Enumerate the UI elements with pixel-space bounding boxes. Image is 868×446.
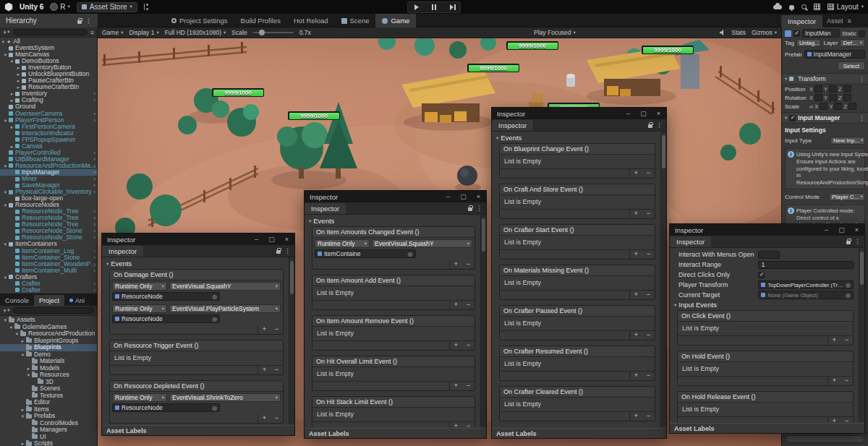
slider-knob[interactable] (259, 30, 265, 35)
foldout-closed-icon[interactable]: ▸ (15, 84, 22, 90)
lock-icon[interactable] (846, 241, 851, 244)
minimize-button[interactable]: – (441, 191, 456, 202)
transform-scale-z-field[interactable] (848, 103, 856, 110)
transform-rotation-x-field[interactable] (814, 94, 822, 101)
project-item-controlmodes[interactable]: ControlModes (0, 420, 97, 427)
active-checkbox[interactable] (793, 30, 800, 37)
foldout-closed-icon[interactable]: ▸ (25, 365, 32, 372)
remove-event-button[interactable]: − (271, 414, 283, 423)
input-manager-header[interactable]: ▾ Input Manager ⋮ (782, 112, 868, 124)
remove-event-button[interactable]: − (462, 422, 475, 428)
transform-scale-x-field[interactable] (820, 103, 827, 110)
project-item-resourceandproduction[interactable]: ▾ResourceAndProduction (0, 330, 97, 338)
cloud-icon[interactable] (773, 5, 782, 9)
hierarchy-item-resourcenode-stone[interactable]: ResourceNode_Stone› (0, 228, 97, 234)
value-field[interactable]: 1 (758, 261, 854, 269)
vertical-scrollbar[interactable] (289, 257, 294, 424)
remove-event-button[interactable]: − (462, 341, 475, 350)
add-event-button[interactable]: + (450, 382, 462, 390)
transform-position-x-field[interactable] (814, 85, 822, 93)
add-event-button[interactable]: + (630, 250, 642, 259)
asset-store-button[interactable]: Asset Store ▾ (77, 2, 137, 12)
hierarchy-item-savemanager[interactable]: SaveManager› (0, 182, 97, 189)
close-button[interactable]: × (651, 108, 666, 119)
layer-dropdown[interactable]: Def...▾ (840, 39, 865, 47)
layout-dropdown[interactable]: Layout ▾ (827, 3, 864, 11)
hierarchy-item-resourceandproductionmanager[interactable]: ▾ResourceAndProductionManager› (0, 163, 97, 169)
create-button[interactable]: +▾ (3, 29, 10, 36)
scale-link-icon[interactable]: ∞ (809, 103, 813, 110)
prefab-open-chevron[interactable]: › (93, 280, 95, 287)
remove-event-button[interactable]: − (642, 372, 655, 380)
project-item-assets[interactable]: ▾Assets (0, 317, 97, 324)
object-picker-icon[interactable]: ◎ (846, 292, 851, 299)
scrollbar-thumb[interactable] (290, 261, 294, 294)
hierarchy-item-resourcenode-stone[interactable]: ResourceNode_Stone› (0, 234, 97, 241)
transform-rotation-z-field[interactable] (843, 94, 851, 101)
add-event-button[interactable]: + (450, 260, 462, 269)
hierarchy-item-overseercamera[interactable]: OverseerCamera› (0, 111, 97, 117)
remove-event-button[interactable]: − (271, 325, 283, 334)
foldout-closed-icon[interactable]: ▸ (15, 71, 22, 77)
remove-event-button[interactable]: − (642, 331, 655, 340)
foldout-open-icon[interactable]: ▾ (25, 372, 32, 378)
add-event-button[interactable]: + (630, 210, 642, 218)
event-function-dropdown[interactable]: EventVisual.ShrinkToZero▾ (169, 393, 281, 402)
control-mode-dropdown[interactable]: Player C...▾ (829, 193, 865, 201)
hierarchy-item-itemcontainer-log[interactable]: ItemContainer_Log› (0, 248, 97, 254)
foldout-closed-icon[interactable]: ▸ (15, 64, 22, 71)
remove-event-button[interactable]: − (642, 210, 655, 218)
inspector-tab[interactable]: Inspector (305, 203, 346, 214)
hierarchy-item-firstpersoncamera[interactable]: ▸FirstPersonCamera (0, 124, 97, 130)
project-item-prefabs[interactable]: ▾Prefabs (0, 413, 97, 420)
game-view-menu[interactable]: Game▾ (102, 29, 123, 36)
prefab-open-chevron[interactable]: › (93, 169, 95, 176)
window-titlebar[interactable]: Inspector–▢× (305, 191, 486, 202)
window-titlebar[interactable]: Inspector–▢× (102, 233, 294, 245)
inspector-tab[interactable]: Inspector (670, 236, 711, 247)
project-search-input[interactable] (13, 307, 94, 314)
foldout-closed-icon[interactable]: ▸ (9, 124, 15, 130)
add-event-button[interactable]: + (258, 325, 271, 334)
object-field[interactable]: ItemContaine◎ (315, 249, 416, 258)
add-event-button[interactable]: + (450, 301, 462, 309)
project-item-golemitegames[interactable]: ▾GolemiteGames (0, 324, 97, 331)
prefab-open-chevron[interactable]: › (93, 176, 95, 182)
events-foldout[interactable]: ▾Input Events (674, 300, 855, 309)
prefab-open-chevron[interactable]: › (93, 182, 95, 189)
hierarchy-item-canvas[interactable]: ▸Canvas (0, 143, 97, 150)
foldout-closed-icon[interactable]: ▸ (20, 338, 26, 344)
lock-icon[interactable] (468, 207, 472, 211)
foldout-closed-icon[interactable]: ▸ (9, 90, 15, 97)
remove-event-button[interactable]: − (841, 417, 853, 423)
vertical-scrollbar[interactable] (480, 215, 486, 427)
vertical-scrollbar[interactable] (660, 132, 666, 427)
panel-tab-project[interactable]: Project (34, 295, 64, 306)
object-picker-icon[interactable]: ◎ (212, 293, 217, 300)
pause-button[interactable] (425, 2, 443, 12)
panel-tab-ani[interactable]: Ani (64, 295, 90, 306)
foldout-closed-icon[interactable]: ▸ (20, 406, 26, 413)
hierarchy-tab[interactable]: Hierarchy ⋮ (0, 14, 98, 27)
inspector-tab[interactable]: Inspector (102, 246, 143, 257)
project-item-models[interactable]: ▸Models (0, 365, 97, 372)
add-event-button[interactable]: + (630, 291, 642, 299)
inspector-tab[interactable]: Inspector (492, 120, 533, 131)
foldout-open-icon[interactable]: ▾ (20, 351, 26, 358)
close-button[interactable]: × (279, 233, 294, 245)
add-event-button[interactable]: + (258, 414, 271, 423)
scale-slider[interactable] (253, 32, 294, 33)
project-item-resources[interactable]: ▾Resources (0, 372, 97, 379)
close-button[interactable]: × (849, 224, 864, 236)
add-event-button[interactable]: + (630, 372, 642, 380)
event-function-dropdown[interactable]: EventVisual.PlayParticleSystem▾ (169, 304, 281, 313)
kebab-menu-icon[interactable]: ⋮ (85, 17, 92, 25)
remove-event-button[interactable]: − (462, 382, 475, 390)
prefab-open-chevron[interactable]: › (93, 208, 95, 215)
services-grid-icon[interactable] (814, 4, 820, 10)
event-function-dropdown[interactable]: EventVisual.SquashY▾ (372, 239, 472, 248)
project-item-scripts[interactable]: ▸Scripts (0, 440, 97, 446)
prefab-open-chevron[interactable]: › (93, 228, 95, 234)
hierarchy-item-resourcenodes[interactable]: ▾ResourceNodes (0, 202, 97, 208)
maximize-button[interactable]: ▢ (834, 224, 849, 236)
